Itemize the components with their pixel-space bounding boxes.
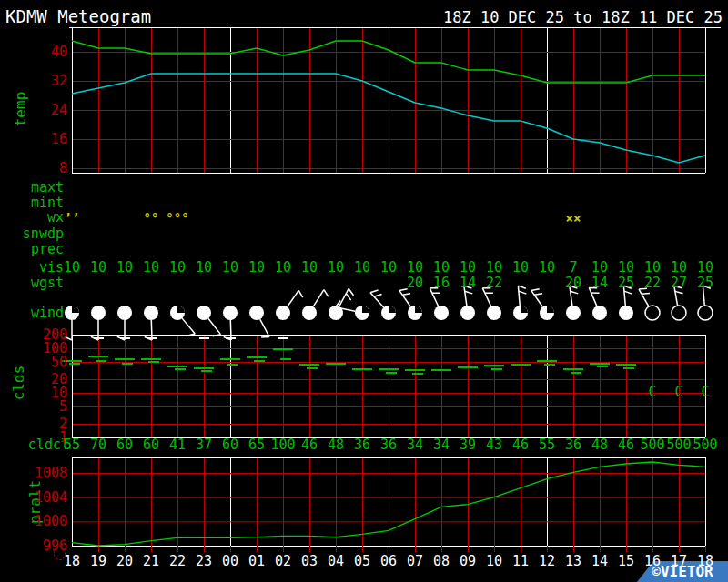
- cloud-layer-dash: [194, 367, 214, 369]
- hour-label: 01: [248, 554, 265, 568]
- wx-symbol: ××: [566, 212, 581, 225]
- vis-value: 10: [486, 260, 502, 275]
- row-label-wgst: wgst: [0, 276, 64, 290]
- vis-value: 10: [248, 260, 265, 275]
- clds-tick-label: 50: [0, 355, 67, 369]
- cloud-layer-dash: [379, 368, 399, 370]
- pralt-tick-label: 1004: [0, 490, 67, 505]
- hour-label: 15: [618, 554, 634, 568]
- cloud-layer-dash: [88, 356, 108, 357]
- sky-cover-circle: [302, 306, 317, 320]
- wind-staff: [208, 318, 221, 334]
- cloud-layer-dash: [431, 369, 451, 371]
- cloud-layer-dash: [412, 373, 423, 375]
- cloud-layer-dash: [254, 360, 265, 362]
- wind-barb-tick: [324, 290, 329, 297]
- temp-tick-label: 40: [0, 45, 67, 59]
- cloud-layer-dash: [491, 368, 502, 370]
- row-label-mint: mint: [0, 196, 64, 210]
- cloud-layer-dash: [511, 364, 531, 366]
- page-title: KDMW Meteogram: [5, 6, 151, 26]
- wind-staff: [518, 286, 520, 306]
- date-range: 18Z 10 DEC 25 to 18Z 11 DEC 25: [443, 8, 723, 26]
- hour-label: 20: [116, 554, 133, 568]
- sky-cover-notch: [521, 306, 528, 313]
- cloud-layer-dash: [141, 358, 161, 360]
- sky-cover-circle: [91, 306, 106, 320]
- sky-cover-circle: [672, 306, 686, 320]
- cloud-layer-dash: [571, 372, 581, 374]
- wind-barb-tick: [518, 286, 525, 288]
- wgst-value: 22: [644, 276, 661, 290]
- hour-label: 05: [354, 554, 370, 568]
- vis-value: 10: [539, 260, 555, 275]
- temp-tick-label: 32: [0, 74, 67, 88]
- wgst-value: 20: [565, 276, 581, 290]
- clds-tick-label: 1: [0, 430, 67, 445]
- wind-barb-tick: [465, 291, 473, 294]
- cldcl-value: 41: [169, 437, 186, 452]
- hour-label: 06: [380, 554, 397, 568]
- cloud-layer-dash: [623, 367, 634, 369]
- cloud-layer-dash: [405, 369, 425, 371]
- temp-tick-label: 16: [0, 132, 67, 146]
- sky-cover-circle: [276, 306, 290, 320]
- cldcl-value: 70: [90, 437, 106, 452]
- hour-label: 19: [90, 554, 106, 568]
- temp-tick-label: 8: [0, 161, 67, 176]
- wind-barb-tick: [346, 294, 350, 300]
- cldcl-value: 39: [460, 437, 476, 452]
- wind-barb-tick: [298, 290, 303, 297]
- vis-value: 10: [407, 260, 423, 275]
- sky-cover-circle: [223, 306, 238, 320]
- cldcl-value: 48: [328, 437, 344, 452]
- cldcl-value: 55: [539, 437, 555, 452]
- wind-staff: [151, 320, 152, 340]
- cldcl-value: 48: [592, 437, 608, 452]
- row-label-wind: wind: [0, 306, 64, 320]
- wind-staff: [288, 290, 299, 306]
- pralt-tick-label: 1008: [0, 466, 67, 480]
- hour-label: 23: [196, 554, 212, 568]
- vis-value: 10: [169, 260, 186, 275]
- cldcl-value: 46: [301, 437, 318, 452]
- sky-cover-notch: [72, 306, 79, 313]
- cloud-layer-dash: [69, 363, 80, 365]
- cloud-layer-dash: [458, 366, 478, 368]
- hour-label: 09: [460, 554, 476, 568]
- cloud-layer-dash: [228, 364, 238, 366]
- cldcl-value: 65: [248, 437, 265, 452]
- hour-label: 22: [169, 554, 186, 568]
- cldcl-value: 60: [222, 437, 238, 452]
- wind-barb-tick: [534, 294, 542, 296]
- wind-barb-tick: [531, 289, 540, 291]
- sky-cover-notch: [547, 306, 554, 313]
- pralt-tick-label: 1000: [0, 514, 67, 528]
- vis-value: 10: [644, 260, 661, 275]
- cloud-layer-dash: [326, 363, 346, 365]
- cldcl-value: 43: [486, 437, 502, 452]
- hour-label: 04: [328, 554, 344, 568]
- wind-barb-tick: [519, 291, 526, 294]
- vis-value: 10: [354, 260, 370, 275]
- hour-label: 07: [407, 554, 423, 568]
- hour-label: 18: [64, 554, 80, 568]
- cloud-layer-dash: [280, 358, 291, 360]
- wx-symbol: °°°: [166, 212, 188, 225]
- cldcl-value: 46: [512, 437, 529, 452]
- cldcl-value: 100: [270, 437, 295, 452]
- sky-cover-notch: [177, 306, 185, 313]
- sky-cover-circle: [144, 306, 158, 320]
- cldcl-value: 36: [565, 437, 581, 452]
- vis-value: 10: [301, 260, 318, 275]
- high-cloud-dash: [199, 337, 209, 339]
- cloud-layer-dash: [115, 358, 135, 360]
- wx-symbol: ’’: [65, 212, 80, 225]
- hour-label: 03: [301, 554, 318, 568]
- cldcl-value: 46: [618, 437, 634, 452]
- hour-label: 14: [592, 554, 608, 568]
- row-label-vis: vis: [0, 260, 64, 275]
- cldcl-value: 34: [407, 437, 423, 452]
- row-label-snwdp: snwdp: [0, 226, 64, 241]
- sky-cover-notch: [362, 306, 369, 313]
